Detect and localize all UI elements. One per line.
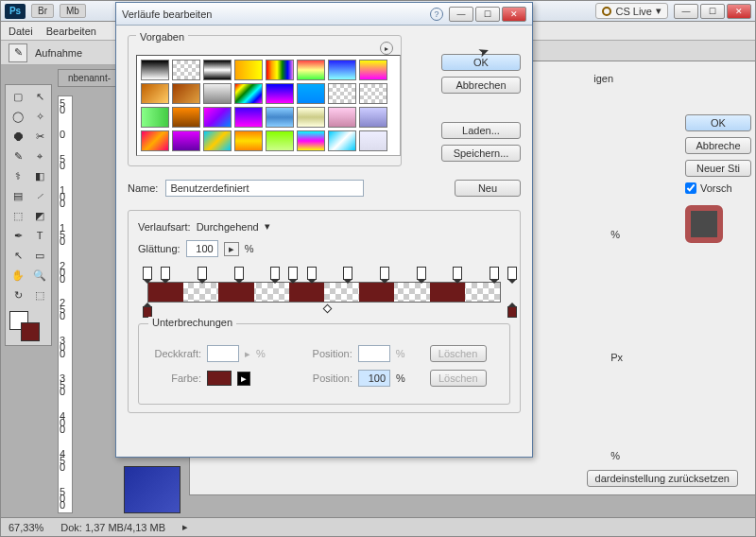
opacity-stop[interactable]: [161, 267, 170, 280]
preset-28[interactable]: [266, 130, 294, 151]
preset-19[interactable]: [234, 107, 263, 128]
main-maximize-button[interactable]: ☐: [700, 4, 725, 19]
preset-31[interactable]: [359, 130, 387, 151]
color-menu-icon[interactable]: ▸: [237, 372, 250, 386]
preset-8[interactable]: [141, 83, 169, 104]
tool-7[interactable]: ⌖: [29, 147, 50, 165]
opacity-stop[interactable]: [307, 267, 317, 280]
preset-9[interactable]: [172, 83, 200, 104]
bridge-chip[interactable]: Br: [31, 4, 54, 18]
grad-minimize-button[interactable]: —: [449, 7, 473, 22]
document-tab[interactable]: nbenannt-: [58, 69, 121, 87]
gradient-editor-titlebar[interactable]: Verläufe bearbeiten ? — ☐ ✕: [116, 3, 532, 26]
opacity-stop[interactable]: [270, 267, 280, 280]
midpoint-handle[interactable]: [323, 304, 333, 314]
preset-30[interactable]: [328, 130, 356, 151]
presets-menu-icon[interactable]: ▸: [380, 42, 393, 55]
grad-ok-button[interactable]: OK: [441, 54, 521, 71]
tool-8[interactable]: ⚕: [8, 166, 28, 185]
preset-22[interactable]: [328, 107, 356, 128]
tool-0[interactable]: ▢: [8, 87, 28, 106]
opacity-stop[interactable]: [490, 267, 499, 280]
preset-4[interactable]: [266, 60, 294, 80]
tool-11[interactable]: ⟋: [29, 186, 50, 205]
preset-26[interactable]: [203, 130, 232, 151]
opacity-stop[interactable]: [507, 267, 517, 280]
preset-18[interactable]: [203, 107, 232, 128]
bg-swatch[interactable]: [21, 322, 40, 341]
tool-15[interactable]: T: [29, 226, 50, 245]
tool-6[interactable]: ✎: [8, 147, 28, 165]
preset-10[interactable]: [203, 83, 232, 104]
tool-5[interactable]: ✂: [29, 127, 50, 146]
preset-24[interactable]: [141, 130, 169, 151]
preset-21[interactable]: [297, 107, 325, 128]
smooth-input[interactable]: [186, 240, 218, 257]
tool-10[interactable]: ▤: [8, 186, 28, 205]
zoom-level[interactable]: 67,33%: [9, 522, 43, 533]
opacity-stop[interactable]: [288, 267, 298, 280]
tool-17[interactable]: ▭: [29, 246, 50, 265]
ls-newstyle-button[interactable]: Neuer Sti: [685, 160, 751, 177]
preset-3[interactable]: [234, 60, 263, 80]
tool-12[interactable]: ⬚: [8, 206, 28, 225]
preset-7[interactable]: [359, 60, 387, 80]
preset-20[interactable]: [266, 107, 294, 128]
grad-cancel-button[interactable]: Abbrechen: [441, 77, 521, 94]
main-minimize-button[interactable]: —: [674, 4, 698, 19]
gradient-bar[interactable]: [142, 265, 507, 318]
tool-2[interactable]: ◯: [8, 107, 28, 126]
tool-1[interactable]: ↖: [29, 87, 50, 106]
grad-load-button[interactable]: Laden...: [441, 122, 521, 139]
gradient-name-input[interactable]: [165, 180, 364, 197]
preset-11[interactable]: [234, 83, 263, 104]
tool-13[interactable]: ◩: [29, 206, 50, 225]
preset-14[interactable]: [328, 83, 356, 104]
preset-6[interactable]: [328, 60, 356, 80]
opacity-stop[interactable]: [417, 267, 426, 280]
doc-size[interactable]: Dok: 1,37 MB/4,13 MB: [60, 522, 165, 533]
smooth-stepper-icon[interactable]: ▸: [224, 242, 239, 256]
tool-20[interactable]: ↻: [8, 286, 28, 304]
tool-14[interactable]: ✒: [8, 226, 28, 245]
options-aufnahme[interactable]: Aufnahme: [35, 47, 82, 59]
color-stop[interactable]: [507, 306, 517, 318]
ls-preview-checkbox[interactable]: [685, 182, 696, 194]
cslive-button[interactable]: CS Live▾: [595, 3, 668, 19]
presets-grid[interactable]: [136, 55, 401, 156]
tool-21[interactable]: ⬚: [29, 286, 50, 304]
grad-maximize-button[interactable]: ☐: [475, 7, 500, 22]
grad-save-button[interactable]: Speichern...: [441, 145, 521, 162]
menu-edit[interactable]: Bearbeiten: [46, 26, 96, 37]
preset-27[interactable]: [234, 130, 263, 151]
tool-4[interactable]: ⯃: [8, 127, 28, 146]
preset-25[interactable]: [172, 130, 200, 151]
preset-1[interactable]: [172, 60, 200, 80]
opacity-stop[interactable]: [343, 267, 352, 280]
eyedropper-tool-icon[interactable]: ✎: [9, 43, 27, 62]
preset-17[interactable]: [172, 107, 200, 128]
main-close-button[interactable]: ✕: [727, 4, 751, 19]
color-position-input[interactable]: [358, 370, 390, 387]
help-icon[interactable]: ?: [430, 8, 443, 21]
tool-16[interactable]: ↖: [8, 246, 28, 265]
ls-cancel-button[interactable]: Abbreche: [685, 137, 751, 154]
preset-2[interactable]: [203, 60, 232, 80]
tool-3[interactable]: ✧: [29, 107, 50, 126]
preset-29[interactable]: [297, 130, 325, 151]
opacity-stop[interactable]: [143, 267, 152, 280]
ls-ok-button[interactable]: OK: [685, 114, 751, 131]
preset-13[interactable]: [297, 83, 325, 104]
preset-16[interactable]: [141, 107, 169, 128]
minibridge-chip[interactable]: Mb: [60, 4, 86, 18]
grad-close-button[interactable]: ✕: [502, 7, 526, 22]
opacity-stop[interactable]: [380, 267, 389, 280]
opacity-stop[interactable]: [234, 267, 244, 280]
preset-12[interactable]: [266, 83, 294, 104]
tool-18[interactable]: ✋: [8, 266, 28, 285]
tool-9[interactable]: ◧: [29, 166, 50, 185]
preset-0[interactable]: [141, 60, 169, 80]
color-swatch[interactable]: [207, 371, 232, 386]
grad-new-button[interactable]: Neu: [455, 180, 521, 197]
opacity-stop[interactable]: [198, 267, 207, 280]
